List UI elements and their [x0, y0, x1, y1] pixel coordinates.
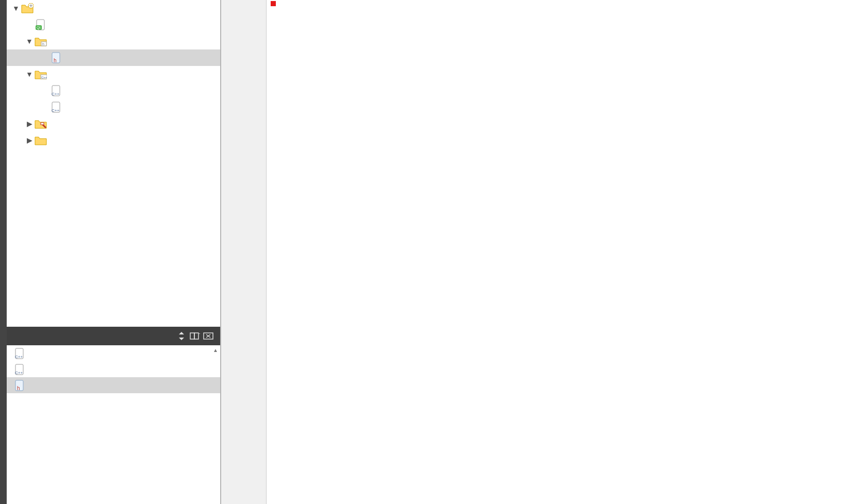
svg-text:h: h	[54, 58, 57, 63]
tree-widget-h[interactable]: h	[7, 49, 220, 66]
close-panel-icon[interactable]	[202, 330, 215, 342]
scroll-up-icon[interactable]: ▲	[211, 345, 220, 355]
line-gutter[interactable]	[221, 0, 267, 504]
highlight-annotation	[271, 1, 276, 6]
cpp-file-icon: C++	[50, 85, 62, 96]
svg-text:+: +	[199, 332, 200, 337]
chevron-down-icon[interactable]: ▼	[11, 4, 21, 12]
open-doc-item[interactable]: C++	[7, 361, 220, 377]
project-folder-icon	[21, 3, 34, 14]
chevron-down-icon[interactable]: ▼	[24, 70, 35, 78]
pro-file-icon: Qt	[35, 19, 47, 30]
svg-text:C++: C++	[15, 355, 23, 359]
open-documents-list[interactable]: C++ C++ h ▲	[7, 345, 220, 504]
svg-text:C++: C++	[52, 108, 59, 113]
tree-sources-folder[interactable]: ▼ C++	[7, 66, 220, 82]
folder-icon	[35, 118, 47, 129]
svg-text:Qt: Qt	[37, 26, 40, 30]
svg-text:C++: C++	[41, 76, 47, 79]
tree-headers-folder[interactable]: ▼ h	[7, 33, 220, 49]
folder-icon	[35, 135, 47, 146]
sidebar: ▼ Qt ▼ h h ▼	[7, 0, 221, 504]
cpp-file-icon: C++	[50, 102, 62, 113]
svg-text:h: h	[17, 385, 20, 391]
scrollbar[interactable]: ▲	[211, 345, 220, 504]
svg-rect-14	[41, 123, 44, 125]
chevron-right-icon[interactable]: ▶	[24, 120, 35, 128]
tree-root[interactable]: ▼	[7, 0, 220, 16]
open-documents-header: +	[7, 327, 220, 345]
open-doc-item[interactable]: h	[7, 377, 220, 393]
tree-widget-cpp[interactable]: C++	[7, 99, 220, 115]
svg-rect-16	[194, 333, 198, 339]
folder-icon: C++	[35, 69, 47, 80]
folder-icon: h	[35, 36, 47, 47]
h-file-icon: h	[14, 380, 26, 391]
svg-text:C++: C++	[15, 371, 23, 375]
cpp-file-icon: C++	[14, 348, 26, 359]
open-doc-item[interactable]: C++	[7, 345, 220, 361]
svg-text:h: h	[42, 42, 44, 46]
h-file-icon: h	[50, 52, 62, 63]
sort-icon[interactable]	[175, 330, 188, 342]
tree-main-cpp[interactable]: C++	[7, 82, 220, 99]
left-strip	[0, 0, 7, 504]
svg-rect-15	[190, 333, 194, 339]
tree-forms-folder[interactable]: ▶	[7, 115, 220, 132]
chevron-right-icon[interactable]: ▶	[24, 136, 35, 144]
code-content[interactable]	[267, 0, 844, 504]
svg-text:C++: C++	[52, 92, 59, 96]
cpp-file-icon: C++	[14, 364, 26, 375]
tree-generated-folder[interactable]: ▶	[7, 132, 220, 148]
split-add-icon[interactable]: +	[188, 330, 202, 342]
chevron-down-icon[interactable]: ▼	[24, 37, 35, 45]
project-tree[interactable]: ▼ Qt ▼ h h ▼	[7, 0, 220, 327]
tree-pro-file[interactable]: Qt	[7, 16, 220, 33]
code-editor[interactable]	[221, 0, 844, 504]
